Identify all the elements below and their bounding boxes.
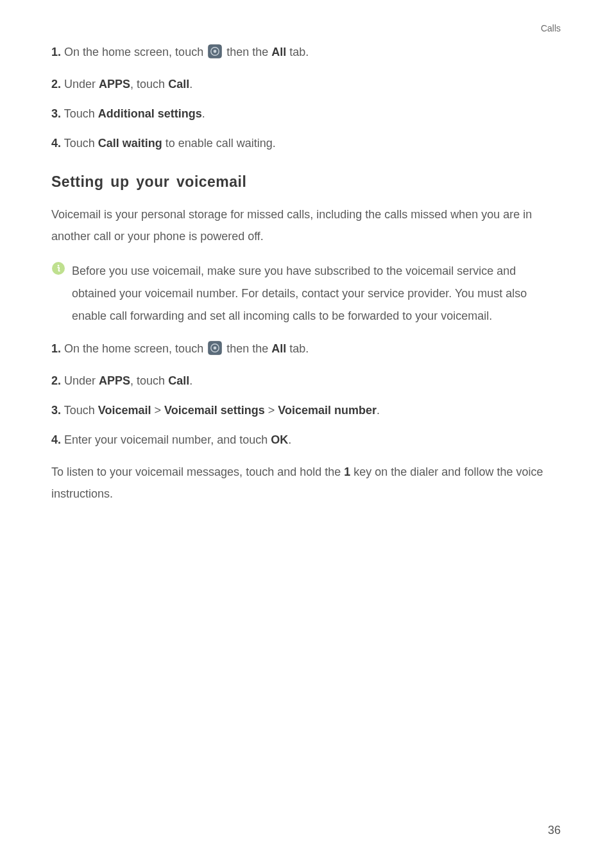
step-tail: to enable call waiting.	[162, 137, 276, 150]
step-b4: 4. Enter your voicemail number, and touc…	[51, 431, 561, 449]
step-number: 3.	[51, 404, 61, 417]
closing-bold: 1	[344, 465, 350, 478]
svg-point-2	[214, 50, 217, 53]
step-bold: Voicemail settings	[164, 404, 265, 417]
step-bold: All	[271, 46, 286, 58]
step-tail: tab.	[289, 342, 309, 355]
step-number: 4.	[51, 137, 61, 150]
step-text: Under	[64, 374, 99, 387]
step-number: 1.	[51, 342, 61, 355]
step-text: , touch	[130, 374, 168, 387]
closing-pre: To listen to your voicemail messages, to…	[51, 465, 344, 478]
step-tail: .	[288, 433, 291, 446]
chevron-right-icon: >	[154, 404, 161, 417]
section-heading: Setting up your voicemail	[51, 173, 561, 191]
header-section-label: Calls	[541, 23, 561, 33]
step-bold: Call waiting	[98, 137, 162, 150]
info-text: Before you use voicemail, make sure you …	[72, 260, 561, 327]
closing-paragraph: To listen to your voicemail messages, to…	[51, 461, 561, 505]
step-a4: 4. Touch Call waiting to enable call wai…	[51, 135, 561, 153]
step-number: 4.	[51, 433, 61, 446]
step-b3: 3. Touch Voicemail > Voicemail settings …	[51, 402, 561, 420]
step-a3: 3. Touch Additional settings.	[51, 105, 561, 123]
step-bold: APPS	[99, 374, 130, 387]
step-b2: 2. Under APPS, touch Call.	[51, 372, 561, 390]
step-text: Under	[64, 78, 99, 91]
step-text: Enter your voicemail number, and touch	[64, 433, 271, 446]
step-tail: .	[189, 374, 192, 387]
content-area: 1. On the home screen, touch then the Al…	[51, 44, 561, 505]
step-bold: Call	[168, 374, 189, 387]
step-text: Touch	[64, 107, 98, 120]
step-number: 3.	[51, 107, 61, 120]
step-text: , touch	[130, 78, 168, 91]
step-number: 2.	[51, 374, 61, 387]
step-tail: .	[377, 404, 380, 417]
svg-point-3	[52, 262, 65, 275]
settings-icon	[208, 341, 222, 361]
info-note: Before you use voicemail, make sure you …	[51, 260, 561, 327]
step-tail: tab.	[289, 46, 309, 58]
step-text-pre: On the home screen, touch	[64, 46, 207, 58]
step-text-pre: On the home screen, touch	[64, 342, 207, 355]
page-number: 36	[548, 824, 561, 837]
step-bold: All	[271, 342, 286, 355]
step-bold: Call	[168, 78, 189, 91]
step-text: Touch	[64, 137, 98, 150]
step-bold: APPS	[99, 78, 130, 91]
step-bold: Voicemail	[98, 404, 151, 417]
step-bold: Voicemail number	[278, 404, 377, 417]
step-number: 2.	[51, 78, 61, 91]
svg-point-4	[58, 265, 60, 266]
chevron-right-icon: >	[268, 404, 275, 417]
step-number: 1.	[51, 46, 61, 58]
step-text-postpre: then the	[226, 342, 271, 355]
page: Calls 1. On the home screen, touch then …	[0, 0, 612, 868]
step-bold: Additional settings	[98, 107, 202, 120]
step-tail: .	[202, 107, 205, 120]
step-bold: OK	[271, 433, 288, 446]
settings-icon	[208, 44, 222, 64]
step-b1: 1. On the home screen, touch then the Al…	[51, 340, 561, 361]
svg-point-7	[214, 347, 217, 350]
info-icon	[51, 261, 65, 278]
step-a1: 1. On the home screen, touch then the Al…	[51, 44, 561, 64]
step-text-postpre: then the	[226, 46, 271, 58]
step-a2: 2. Under APPS, touch Call.	[51, 76, 561, 94]
intro-paragraph: Voicemail is your personal storage for m…	[51, 204, 561, 247]
step-text: Touch	[64, 404, 98, 417]
step-tail: .	[189, 78, 192, 91]
